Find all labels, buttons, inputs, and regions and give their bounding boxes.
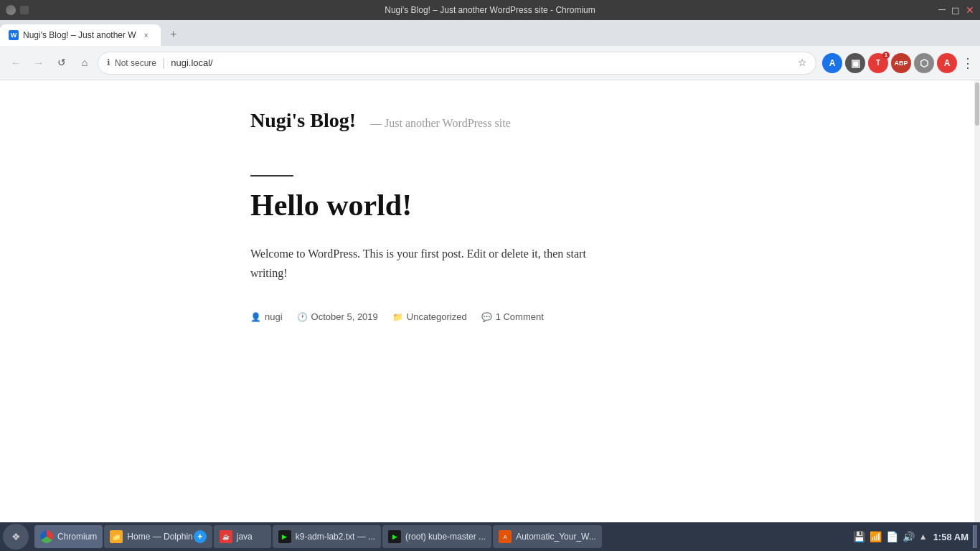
tab-close-button[interactable]: × xyxy=(141,29,152,41)
show-desktop-button[interactable] xyxy=(973,525,977,540)
extension-abp-button[interactable]: ABP xyxy=(891,53,911,73)
taskbar-dolphin[interactable]: 📁 Home — Dolphin + xyxy=(104,525,212,540)
taskbar-kube-label: (root) kube-master ... xyxy=(405,532,486,540)
window-title: Nugi's Blog! – Just another WordPress si… xyxy=(385,5,595,15)
security-label: Not secure xyxy=(115,58,156,68)
home-button[interactable]: ⌂ xyxy=(75,53,95,73)
back-button[interactable]: ← xyxy=(6,53,26,73)
site-title: Nugi's Blog! xyxy=(250,109,356,131)
scrollbar-thumb[interactable] xyxy=(975,83,979,126)
ext3-badge: 1 xyxy=(882,52,890,59)
post-body: Welcome to WordPress. This is your first… xyxy=(250,244,724,283)
new-tab-button[interactable]: + xyxy=(164,24,184,44)
kube-terminal-icon: ▶ xyxy=(388,530,401,540)
meta-comments-item: 💬 1 Comment xyxy=(481,311,544,322)
tab-bar: W Nugi's Blog! – Just another W × + xyxy=(0,20,980,46)
tab-title: Nugi's Blog! – Just another W xyxy=(23,30,136,40)
blog-post: Hello world! Welcome to WordPress. This … xyxy=(250,175,724,322)
save-tray-icon: 💾 xyxy=(853,531,865,540)
java-icon: ☕ xyxy=(220,530,232,540)
extension-5-button[interactable]: ⬡ xyxy=(914,53,934,73)
post-body-line1: Welcome to WordPress. This is your first… xyxy=(250,248,586,260)
taskbar-chromium-label: Chromium xyxy=(57,532,97,540)
category-icon: 📁 xyxy=(392,312,403,322)
post-meta: 👤 nugi 🕐 October 5, 2019 📁 Uncategorized… xyxy=(250,311,724,322)
taskbar-k9-label: k9-adm-lab2.txt — ... xyxy=(296,532,375,540)
meta-date: October 5, 2019 xyxy=(311,311,378,322)
meta-date-item: 🕐 October 5, 2019 xyxy=(297,311,378,322)
taskbar-java[interactable]: ☕ java xyxy=(214,525,271,540)
forward-button[interactable]: → xyxy=(29,53,49,73)
title-bar-left xyxy=(6,5,29,15)
taskbar-java-label: java xyxy=(237,532,253,540)
author-icon: 👤 xyxy=(250,312,261,322)
back-icon: ← xyxy=(11,57,21,69)
toolbar-extensions: A ▣ T 1 ABP ⬡ A xyxy=(822,53,957,73)
site-description: — Just another WordPress site xyxy=(370,117,511,129)
dolphin-icon: 📁 xyxy=(110,530,123,540)
browser-menu-button[interactable]: ⋮ xyxy=(961,55,974,71)
volume-tray-icon: 🔊 xyxy=(903,531,915,540)
address-bar: ← → ↺ ⌂ ℹ Not secure | nugi.local/ ☆ A ▣… xyxy=(0,46,980,80)
url-text[interactable]: nugi.local/ xyxy=(171,57,793,68)
post-body-line2: writing! xyxy=(250,267,288,279)
taskbar-automatic-label: Automatic_Your_W... xyxy=(516,532,596,540)
title-bar: Nugi's Blog! – Just another WordPress si… xyxy=(0,0,980,20)
automatic-icon: A xyxy=(499,530,512,540)
wifi-tray-icon: 📶 xyxy=(870,531,882,540)
reload-button[interactable]: ↺ xyxy=(52,53,72,73)
taskbar-dolphin-label: Home — Dolphin xyxy=(127,532,192,540)
taskbar: ❖ Chromium 📁 Home — Dolphin + ☕ java ▶ k… xyxy=(0,522,980,540)
browser-content: Nugi's Blog! — Just another WordPress si… xyxy=(0,80,980,540)
ext3-icon: T xyxy=(876,59,880,67)
taskbar-k9-terminal[interactable]: ▶ k9-adm-lab2.txt — ... xyxy=(273,525,381,540)
up-arrow-icon[interactable]: ▲ xyxy=(919,532,928,540)
post-separator xyxy=(250,175,293,176)
post-title: Hello world! xyxy=(250,188,724,222)
k9-terminal-icon: ▶ xyxy=(278,530,291,540)
tab-favicon: W xyxy=(9,30,19,40)
home-icon: ⌂ xyxy=(82,57,88,69)
meta-category-item: 📁 Uncategorized xyxy=(392,311,467,322)
taskbar-tray: 💾 📶 📄 🔊 ▲ xyxy=(849,531,932,540)
scrollbar[interactable] xyxy=(974,80,980,540)
close-button[interactable]: ✕ xyxy=(966,4,974,17)
app-icon xyxy=(20,6,29,14)
wordpress-content: Nugi's Blog! — Just another WordPress si… xyxy=(236,80,738,351)
forward-icon: → xyxy=(34,57,44,69)
profile-button[interactable]: A xyxy=(937,53,957,73)
taskbar-kube-terminal[interactable]: ▶ (root) kube-master ... xyxy=(382,525,491,540)
bookmark-button[interactable]: ☆ xyxy=(798,57,807,69)
comments-icon: 💬 xyxy=(481,312,492,322)
extension-2-button[interactable]: ▣ xyxy=(845,53,865,73)
dolphin-add-badge: + xyxy=(194,530,207,540)
reload-icon: ↺ xyxy=(57,57,66,69)
meta-category: Uncategorized xyxy=(407,311,467,322)
title-bar-controls: ─ ◻ ✕ xyxy=(938,4,974,17)
meta-author: nugi xyxy=(265,311,283,322)
os-icon xyxy=(6,5,16,15)
extension-1-button[interactable]: A xyxy=(822,53,842,73)
app-menu-icon: ❖ xyxy=(11,531,21,540)
minimize-button[interactable]: ─ xyxy=(938,4,946,16)
security-icon: ℹ xyxy=(107,57,110,68)
browser-tab[interactable]: W Nugi's Blog! – Just another W × xyxy=(0,24,161,46)
files-tray-icon: 📄 xyxy=(886,531,898,540)
taskbar-time: 1:58 AM xyxy=(933,532,969,540)
page-content: Nugi's Blog! — Just another WordPress si… xyxy=(0,80,974,540)
site-header: Nugi's Blog! — Just another WordPress si… xyxy=(250,109,724,132)
app-menu-button[interactable]: ❖ xyxy=(3,524,29,540)
extension-3-button[interactable]: T 1 xyxy=(868,53,888,73)
taskbar-chromium[interactable]: Chromium xyxy=(34,525,103,540)
address-input[interactable]: ℹ Not secure | nugi.local/ ☆ xyxy=(98,52,816,75)
maximize-button[interactable]: ◻ xyxy=(951,4,960,17)
taskbar-automatic[interactable]: A Automatic_Your_W... xyxy=(493,525,602,540)
date-icon: 🕐 xyxy=(297,312,308,322)
meta-comments: 1 Comment xyxy=(496,311,544,322)
chromium-icon xyxy=(40,530,53,540)
meta-author-item: 👤 nugi xyxy=(250,311,283,322)
